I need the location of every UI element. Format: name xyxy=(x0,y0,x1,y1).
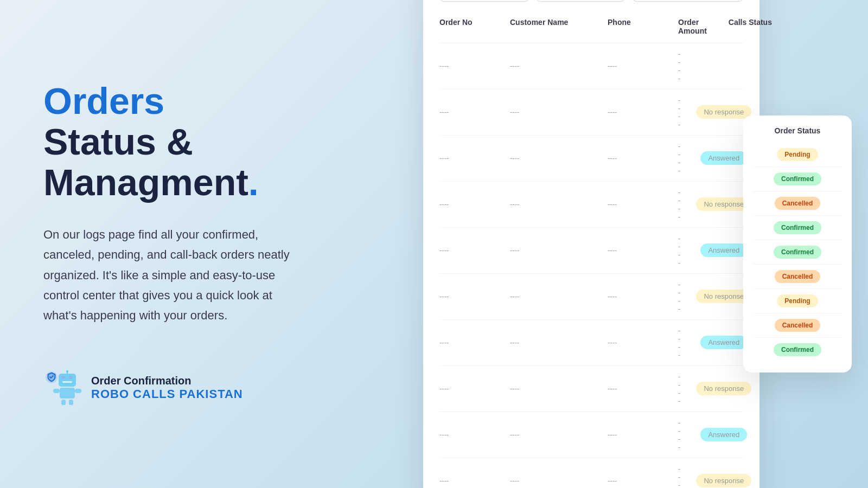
table-row: ---- ---- ---- ---- No response xyxy=(439,89,743,136)
order-no-cell: ---- xyxy=(439,338,510,346)
col-phone: Phone xyxy=(608,18,678,35)
amount-cell: ---- xyxy=(678,50,680,82)
table-row: ---- ---- ---- ---- Answered xyxy=(439,136,743,182)
order-status-row: Cancelled xyxy=(753,313,842,338)
svg-rect-6 xyxy=(62,381,72,383)
svg-rect-11 xyxy=(75,389,81,393)
page-title: Orders Status & Managment. xyxy=(43,81,304,202)
order-status-row: Confirmed xyxy=(753,167,842,191)
description-text: On our logs page find all your confirmed… xyxy=(43,224,304,326)
calls-status-cell: No response xyxy=(680,382,767,395)
search-input-wrap-2[interactable]: 🔍 xyxy=(536,0,626,2)
main-table-card: 🔍 🔍 Order No Customer Name Phone Order A… xyxy=(423,0,760,488)
order-status-row: Confirmed xyxy=(753,240,842,265)
left-panel: Orders Status & Managment. On our logs p… xyxy=(0,48,336,439)
table-row: ---- ---- ---- ---- No response xyxy=(439,458,743,489)
phone-cell: ---- xyxy=(608,200,678,208)
calls-status-badge: No response xyxy=(696,474,751,487)
order-status-badge: Cancelled xyxy=(775,319,821,332)
order-no-cell: ---- xyxy=(439,108,510,116)
order-status-row: Pending xyxy=(753,143,842,167)
order-no-cell: ---- xyxy=(439,431,510,439)
customer-cell: ---- xyxy=(510,246,608,254)
order-status-badge: Confirmed xyxy=(774,172,821,185)
order-no-cell: ---- xyxy=(439,477,510,485)
brand-name-label: ROBO CALLS PAKISTAN xyxy=(91,387,243,401)
customer-cell: ---- xyxy=(510,477,608,485)
phone-cell: ---- xyxy=(608,384,678,393)
order-status-row: Pending xyxy=(753,289,842,313)
calls-status-cell: No response xyxy=(680,474,767,487)
title-orders: Orders xyxy=(43,81,304,121)
table-row: ---- ---- ---- ---- Answered xyxy=(439,320,743,366)
order-no-cell: ---- xyxy=(439,246,510,254)
order-status-badge: Confirmed xyxy=(774,221,821,234)
phone-cell: ---- xyxy=(608,108,678,116)
order-status-badge: Cancelled xyxy=(775,197,821,210)
calls-status-badge: No response xyxy=(696,105,751,119)
svg-rect-9 xyxy=(60,388,75,399)
brand-text: Order Confirmation ROBO CALLS PAKISTAN xyxy=(91,375,243,401)
table-row: ---- ---- ---- ---- No response xyxy=(439,182,743,228)
calls-status-badge: No response xyxy=(696,382,751,395)
customer-cell: ---- xyxy=(510,154,608,162)
svg-rect-10 xyxy=(53,389,60,393)
call-status-input[interactable] xyxy=(632,0,743,2)
svg-rect-1 xyxy=(59,374,76,387)
table-row: ---- ---- ---- ---- No response xyxy=(439,274,743,320)
order-status-badge: Confirmed xyxy=(774,343,821,356)
table-row: ---- ---- ---- ---- Answered xyxy=(439,228,743,274)
brand-order-confirm-label: Order Confirmation xyxy=(91,375,243,387)
order-no-cell: ---- xyxy=(439,62,510,70)
order-status-row: Confirmed xyxy=(753,216,842,240)
order-no-cell: ---- xyxy=(439,292,510,300)
phone-cell: ---- xyxy=(608,338,678,346)
customer-cell: ---- xyxy=(510,62,608,70)
calls-status-badge: Answered xyxy=(700,336,747,349)
order-status-badge: Pending xyxy=(777,148,818,161)
svg-point-8 xyxy=(66,370,68,373)
order-status-badge: Cancelled xyxy=(775,270,821,283)
svg-rect-5 xyxy=(68,376,73,379)
calls-status-cell: Answered xyxy=(680,428,767,441)
brand-footer: Order Confirmation ROBO CALLS PAKISTAN xyxy=(43,369,304,407)
calls-status-badge: Answered xyxy=(700,428,747,441)
order-status-card: Order Status PendingConfirmedCancelledCo… xyxy=(743,115,852,373)
customer-cell: ---- xyxy=(510,200,608,208)
order-status-badge: Confirmed xyxy=(774,246,821,259)
calls-status-badge: Answered xyxy=(700,243,747,257)
order-status-row: Cancelled xyxy=(753,191,842,216)
col-order-amount: Order Amount xyxy=(678,18,707,35)
customer-cell: ---- xyxy=(510,108,608,116)
search-bar-row: 🔍 🔍 xyxy=(439,0,743,2)
col-calls-status: Calls Status xyxy=(707,18,794,35)
phone-cell: ---- xyxy=(608,292,678,300)
calls-status-badge: Answered xyxy=(700,151,747,165)
customer-cell: ---- xyxy=(510,292,608,300)
phone-cell: ---- xyxy=(608,477,678,485)
search-input-wrap-1[interactable]: 🔍 xyxy=(439,0,529,2)
col-order-no: Order No xyxy=(439,18,510,35)
table-header: Order No Customer Name Phone Order Amoun… xyxy=(439,15,743,43)
col-customer-name: Customer Name xyxy=(510,18,608,35)
table-body: ---- ---- ---- ---- ---- ---- ---- ---- … xyxy=(439,43,743,489)
customer-cell: ---- xyxy=(510,338,608,346)
phone-cell: ---- xyxy=(608,246,678,254)
order-status-row: Cancelled xyxy=(753,265,842,289)
order-status-list: PendingConfirmedCancelledConfirmedConfir… xyxy=(753,143,842,362)
phone-cell: ---- xyxy=(608,431,678,439)
svg-rect-13 xyxy=(69,400,73,405)
table-row: ---- ---- ---- ---- No response xyxy=(439,366,743,412)
title-status: Status & Managment. xyxy=(43,121,304,203)
table-row: ---- ---- ---- ---- xyxy=(439,43,743,89)
phone-cell: ---- xyxy=(608,62,678,70)
customer-cell: ---- xyxy=(510,384,608,393)
order-status-badge: Pending xyxy=(777,294,818,307)
table-row: ---- ---- ---- ---- Answered xyxy=(439,412,743,458)
order-no-cell: ---- xyxy=(439,384,510,393)
robot-icon xyxy=(43,369,81,407)
customer-cell: ---- xyxy=(510,431,608,439)
title-dot: . xyxy=(248,162,259,203)
right-panel: 🔍 🔍 Order No Customer Name Phone Order A… xyxy=(336,0,868,488)
svg-rect-12 xyxy=(61,400,66,405)
